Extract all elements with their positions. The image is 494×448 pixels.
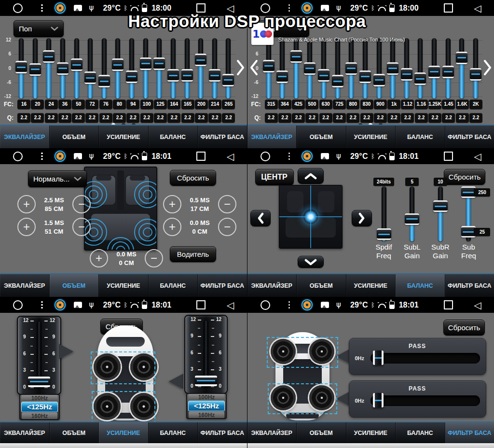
freq-badge[interactable]: 100: [140, 99, 153, 109]
freq-badge[interactable]: 630: [319, 99, 332, 109]
tab-balance[interactable]: БАЛАНС: [148, 126, 198, 148]
tab-bass-filter[interactable]: ФИЛЬТР БАСА: [445, 274, 494, 297]
freq-badge[interactable]: 2.2: [374, 113, 387, 123]
page-dot[interactable]: [111, 123, 115, 125]
delay-increase-button[interactable]: +: [163, 195, 181, 213]
freq-badge[interactable]: 94: [126, 99, 139, 109]
slider-thumb[interactable]: [57, 62, 69, 75]
center-button[interactable]: ЦЕНТР: [255, 169, 294, 185]
nav-home-icon[interactable]: [261, 152, 270, 161]
slider-thumb[interactable]: [181, 69, 193, 82]
delay-decrease-button[interactable]: −: [72, 218, 91, 236]
freq-badge[interactable]: 2.2: [278, 113, 291, 123]
slider-thumb[interactable]: [167, 69, 179, 82]
tab-equalizer[interactable]: ЭКВАЛАЙЗЕР: [247, 274, 297, 297]
nav-recents-icon[interactable]: [196, 3, 206, 13]
eq-band-slider[interactable]: [414, 40, 426, 97]
eq-band-slider[interactable]: [345, 40, 357, 97]
app-logo-icon[interactable]: [302, 151, 313, 162]
freq-badge[interactable]: 214: [208, 99, 221, 109]
freq-badge[interactable]: 2.2: [113, 113, 126, 123]
slider-thumb[interactable]: [126, 70, 137, 83]
tab-equalizer[interactable]: ЭКВАЛАЙЗЕР: [0, 422, 49, 443]
eq-band-slider[interactable]: [15, 40, 27, 97]
slider-thumb[interactable]: [401, 68, 412, 81]
slider-thumb[interactable]: [428, 66, 440, 78]
eq-band-slider[interactable]: [153, 40, 165, 97]
eq-band-slider[interactable]: [456, 40, 467, 97]
delay-increase-button[interactable]: +: [17, 218, 36, 236]
freq-badge[interactable]: 1.25K: [428, 99, 441, 109]
tab-balance[interactable]: БАЛАНС: [148, 274, 198, 297]
nav-home-icon[interactable]: [261, 300, 270, 310]
freq-badge[interactable]: 2.2: [31, 113, 44, 123]
eq-band-slider[interactable]: [126, 40, 137, 97]
freq-badge[interactable]: 50: [72, 99, 85, 109]
nav-recents-icon[interactable]: [196, 152, 206, 161]
eq-band-slider[interactable]: [304, 40, 316, 97]
filter-slider-thumb[interactable]: [373, 350, 384, 365]
tab-balance[interactable]: БАЛАНС: [395, 422, 445, 443]
eq-band-slider[interactable]: [209, 40, 220, 97]
vertical-slider[interactable]: 250 25: [461, 188, 476, 239]
tab-balance[interactable]: БАЛАНС: [395, 274, 445, 297]
freq-badge[interactable]: 2.2: [181, 113, 194, 123]
filter-slider-thumb[interactable]: [373, 393, 384, 407]
freq-badge[interactable]: 2.2: [442, 113, 455, 123]
delay-increase-button[interactable]: +: [90, 249, 108, 267]
freq-badge[interactable]: 2.2: [167, 113, 180, 123]
freq-badge[interactable]: 72: [85, 99, 98, 109]
balance-down-button[interactable]: [298, 256, 324, 268]
tab-bass-filter[interactable]: ФИЛЬТР БАСА: [197, 126, 247, 148]
freq-badge[interactable]: 36: [58, 99, 71, 109]
eq-band-slider[interactable]: [43, 40, 55, 97]
tab-equalizer[interactable]: ЭКВАЛАЙЗЕР: [0, 126, 49, 148]
slider-thumb[interactable]: [29, 63, 41, 76]
freq-badge[interactable]: 1.12: [401, 99, 414, 109]
nav-recents-icon[interactable]: [444, 3, 453, 13]
nav-back-icon[interactable]: ◁: [474, 3, 481, 13]
slider-thumb[interactable]: [290, 50, 302, 63]
eq-preset-dropdown[interactable]: Поп: [14, 20, 64, 37]
slider-thumb[interactable]: [140, 57, 151, 70]
eq-band-slider[interactable]: [263, 40, 274, 97]
nav-home-icon[interactable]: [13, 3, 23, 13]
freq-badge[interactable]: 2.2: [346, 113, 359, 123]
gain-fader-thumb[interactable]: [28, 377, 50, 387]
tab-gain[interactable]: УСИЛЕНИЕ: [346, 126, 396, 148]
freq-badge[interactable]: 425: [292, 99, 305, 109]
delay-decrease-button[interactable]: −: [218, 195, 236, 213]
front-speakers-selection[interactable]: [91, 351, 155, 384]
freq-badge[interactable]: 2.2: [17, 113, 30, 123]
delay-reset-button[interactable]: Сбросить: [170, 170, 216, 186]
freq-badge[interactable]: 2.2: [126, 113, 139, 123]
nav-recents-icon[interactable]: [444, 300, 453, 309]
slider-thumb[interactable]: [414, 72, 426, 85]
eq-next-page-icon[interactable]: [483, 58, 493, 77]
eq-band-slider[interactable]: [112, 40, 124, 97]
slider-thumb[interactable]: [195, 54, 206, 66]
vertical-slider[interactable]: [405, 188, 419, 239]
slider-thumb[interactable]: [332, 75, 343, 87]
freq-badge[interactable]: 2.2: [58, 113, 71, 123]
slider-thumb[interactable]: [98, 75, 110, 87]
eq-band-slider[interactable]: [29, 40, 41, 97]
tab-gain[interactable]: УСИЛЕНИЕ: [346, 422, 396, 443]
front-crossover-picker[interactable]: 100Hz<125Hz160Hz: [19, 394, 60, 420]
delay-decrease-button[interactable]: −: [72, 195, 91, 213]
delay-increase-button[interactable]: +: [163, 218, 181, 236]
freq-badge[interactable]: 165: [181, 99, 194, 109]
eq-band-slider[interactable]: [71, 40, 82, 97]
page-dot[interactable]: [122, 123, 125, 125]
slider-thumb[interactable]: [263, 60, 274, 72]
nav-home-icon[interactable]: [261, 3, 270, 13]
tab-volume[interactable]: ОБЪЕМ: [49, 422, 99, 443]
freq-badge[interactable]: 2.2: [195, 113, 208, 123]
slider-thumb[interactable]: [456, 52, 467, 64]
front-gain-fader[interactable]: 12 12 9 9 6 6 3 3 0 0: [17, 316, 61, 395]
tab-bass-filter[interactable]: ФИЛЬТР БАСА: [197, 422, 247, 443]
tab-volume[interactable]: ОБЪЕМ: [296, 422, 346, 443]
tab-volume[interactable]: ОБЪЕМ: [49, 274, 99, 297]
freq-badge[interactable]: 80: [113, 99, 126, 109]
eq-band-slider[interactable]: [401, 40, 412, 97]
